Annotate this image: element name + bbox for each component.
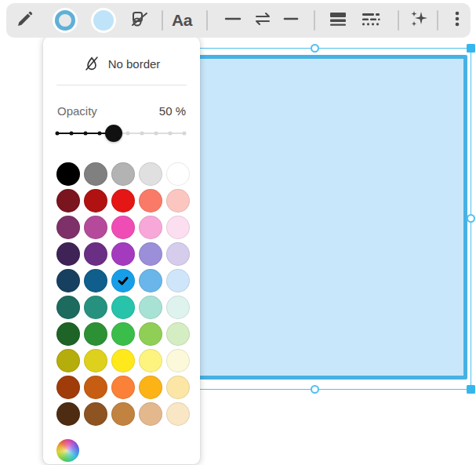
resize-handle-top-right[interactable] — [467, 44, 475, 53]
resize-handle-bottom-center[interactable] — [311, 385, 319, 394]
slider-tick-dot[interactable] — [183, 132, 187, 136]
color-swatch-ddd11d[interactable] — [84, 349, 107, 372]
color-swatch-7a141f[interactable] — [56, 189, 80, 213]
slider-tick-dot[interactable] — [83, 132, 87, 136]
color-picker-popover: No border Opacity 50 % — [43, 37, 200, 464]
fill-color-button[interactable] — [93, 10, 114, 31]
color-swatch-6ab6ea[interactable] — [139, 269, 162, 292]
arrow-tool-button[interactable] — [253, 9, 272, 31]
toolbar-divider — [398, 10, 399, 31]
double-arrow-icon — [253, 9, 272, 31]
color-swatch-f8a8d8[interactable] — [139, 216, 162, 239]
color-swatch-ef4db5[interactable] — [111, 216, 135, 239]
color-swatch-f8e6c5[interactable] — [166, 402, 190, 426]
slider-tick-dot[interactable] — [69, 132, 73, 136]
color-swatch-3f2356[interactable] — [56, 242, 80, 266]
line-alt-icon — [282, 9, 300, 31]
line-thickness-icon — [328, 9, 348, 32]
color-swatch-d5cdeb[interactable] — [166, 242, 190, 266]
color-swatch-fbdef0[interactable] — [166, 216, 190, 239]
color-swatch-fcc6c0[interactable] — [166, 189, 190, 213]
toolbar-divider — [314, 10, 315, 31]
color-swatch-e3b88d[interactable] — [139, 402, 162, 426]
toolbar-divider — [206, 10, 208, 31]
color-swatch-ffffff[interactable] — [166, 162, 190, 186]
palette-row — [56, 322, 190, 346]
color-swatch-0f5e8c[interactable] — [84, 269, 107, 292]
color-swatch-7d3168[interactable] — [56, 216, 80, 239]
ai-enhance-button[interactable] — [409, 9, 429, 32]
slider-tick-dot[interactable] — [98, 132, 102, 136]
color-swatch-27917f[interactable] — [84, 296, 107, 319]
color-swatch-dff3ee[interactable] — [166, 296, 190, 319]
opacity-value: 50 % — [159, 104, 186, 118]
color-swatch-b3b3b3[interactable] — [111, 162, 135, 186]
slider-tick-dot[interactable] — [126, 132, 130, 136]
fill-color-circle-icon — [93, 10, 114, 31]
color-swatch-b54a9b[interactable] — [84, 216, 107, 239]
palette-row — [56, 189, 190, 213]
color-swatch-000000[interactable] — [56, 162, 80, 186]
color-swatch-cfe5fa[interactable] — [166, 269, 190, 292]
pencil-icon — [16, 9, 35, 31]
checkmark-icon — [117, 274, 129, 287]
color-swatch-90cf56[interactable] — [139, 322, 162, 346]
color-swatch-c28240[interactable] — [111, 402, 135, 426]
color-swatch-fcf47f[interactable] — [139, 349, 162, 372]
opacity-slider[interactable] — [57, 124, 184, 143]
opacity-slider-handle[interactable] — [105, 125, 122, 142]
sparkles-icon — [409, 9, 429, 32]
resize-handle-middle-right[interactable] — [467, 214, 475, 223]
color-swatch-27c3ab[interactable] — [111, 296, 135, 319]
color-swatch-b5ad0b[interactable] — [56, 349, 80, 372]
color-swatch-e51616[interactable] — [111, 189, 135, 213]
color-swatch-2c9135[interactable] — [84, 322, 107, 346]
color-swatch-4e2c12[interactable] — [56, 402, 80, 426]
slider-tick-dot[interactable] — [154, 132, 158, 136]
color-swatch-selected[interactable] — [111, 269, 135, 292]
color-swatch-3bbd4a[interactable] — [111, 322, 135, 346]
line-style-button[interactable] — [360, 9, 382, 32]
color-swatch-fb8038[interactable] — [111, 376, 135, 399]
color-swatch-808080[interactable] — [84, 162, 107, 186]
color-swatch-a43bbf[interactable] — [111, 242, 135, 266]
kebab-menu-icon — [449, 9, 465, 31]
no-border-button[interactable]: No border — [43, 51, 200, 76]
blur-tool-button[interactable] — [129, 9, 150, 32]
resize-handle-bottom-right[interactable] — [467, 385, 475, 394]
line-alt-tool-button[interactable] — [282, 9, 300, 31]
color-swatch-a7e2d5[interactable] — [139, 296, 162, 319]
line-thickness-button[interactable] — [328, 9, 348, 32]
palette-row — [56, 162, 190, 186]
resize-handle-top-center[interactable] — [311, 44, 319, 53]
slider-tick-dot[interactable] — [140, 132, 144, 136]
slider-tick-dot[interactable] — [168, 132, 172, 136]
color-swatch-c65d12[interactable] — [84, 376, 107, 399]
color-swatch-b01212[interactable] — [84, 189, 107, 213]
more-options-button[interactable] — [449, 9, 465, 31]
color-swatch-e0e0e0[interactable] — [139, 162, 162, 186]
color-swatch-9b8fd9[interactable] — [139, 242, 162, 266]
color-swatch-6b2e85[interactable] — [84, 242, 107, 266]
text-tool-button[interactable]: Aa — [172, 11, 192, 30]
color-swatch-1d6426[interactable] — [56, 322, 80, 346]
color-swatch-8d5320[interactable] — [84, 402, 107, 426]
color-swatch-fa7a68[interactable] — [139, 189, 162, 213]
color-swatch-fbe6a5[interactable] — [166, 376, 190, 399]
line-tool-button[interactable] — [223, 9, 242, 31]
color-swatch-173f5f[interactable] — [56, 269, 80, 292]
color-swatch-fcb315[interactable] — [139, 376, 162, 399]
border-color-button[interactable] — [55, 10, 75, 31]
color-palette-grid — [56, 162, 190, 429]
color-swatch-d5edc2[interactable] — [166, 322, 190, 346]
line-icon — [223, 9, 242, 31]
no-border-label: No border — [108, 57, 161, 71]
color-swatch-ffe91c[interactable] — [111, 349, 135, 372]
color-swatch-fbf9da[interactable] — [166, 349, 190, 372]
border-color-ring-icon — [55, 10, 75, 31]
custom-color-wheel-button[interactable] — [56, 439, 79, 462]
color-swatch-a03c0a[interactable] — [56, 376, 80, 399]
pencil-tool-button[interactable] — [16, 9, 35, 31]
slider-tick-dot[interactable] — [56, 132, 60, 136]
color-swatch-1d6a5e[interactable] — [56, 296, 80, 319]
